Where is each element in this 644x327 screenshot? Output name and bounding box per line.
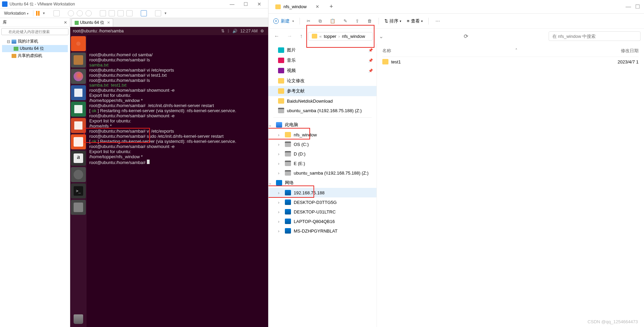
chevron-right-icon[interactable]: › [277, 132, 281, 137]
vm-tab-ubuntu[interactable]: Ubuntu 64 位 ✕ [72, 18, 113, 27]
nav-ip-host[interactable]: ›192.168.75.188 [269, 188, 377, 197]
nav-this-pc[interactable]: ⌄此电脑 [269, 120, 377, 130]
snapshot-button[interactable] [53, 10, 60, 16]
paste-icon[interactable]: 📋 [328, 17, 337, 25]
rename-icon[interactable]: ✎ [342, 17, 349, 25]
nav-pictures[interactable]: 图片📌 [269, 45, 377, 55]
network-icon[interactable]: ⇅ [221, 29, 225, 33]
chevron-right-icon[interactable]: › [277, 161, 281, 166]
back-button[interactable]: ← [272, 32, 281, 41]
pause-button[interactable] [36, 11, 40, 16]
file-row-test1[interactable]: test1 2023/4/7 1 [382, 57, 639, 66]
explorer-search[interactable] [549, 31, 641, 41]
tree-ubuntu-vm[interactable]: Ubuntu 64 位 [2, 45, 68, 52]
launcher-disk-icon[interactable] [71, 200, 86, 215]
nav-samba-z2[interactable]: ›ubuntu_samba (\\192.168.75.188) (Z:) [269, 168, 377, 178]
column-headers[interactable]: 名称 ˄ 修改日期 [382, 46, 639, 57]
explorer-file-list[interactable]: 名称 ˄ 修改日期 test1 2023/4/7 1 [377, 44, 644, 327]
nav-d-drive[interactable]: ›D (D:) [269, 149, 377, 159]
gear-icon[interactable]: ⚙ [260, 29, 264, 33]
layout-btn-3[interactable] [118, 10, 124, 16]
tree-my-computer[interactable]: ⊟我的计算机 [2, 38, 68, 45]
new-button[interactable]: + 新建 ▾ [273, 18, 294, 24]
share-icon[interactable]: ⇪ [354, 17, 361, 25]
pin-icon[interactable]: 📌 [368, 48, 373, 53]
bluetooth-icon[interactable]: ᛒ [227, 29, 230, 33]
unity-button[interactable] [141, 10, 147, 16]
tree-shared-vms[interactable]: 共享的虚拟机 [2, 52, 68, 59]
workstation-menu[interactable]: Workstation [3, 11, 30, 16]
more-icon[interactable]: ⋯ [434, 17, 441, 25]
cut-icon[interactable]: ✂ [305, 17, 312, 25]
tab-close-icon[interactable]: ✕ [107, 20, 110, 25]
breadcrumb[interactable]: « topper › nfs_window [308, 32, 373, 41]
play-dropdown-icon[interactable]: ▼ [42, 12, 45, 15]
explorer-tab-nfs[interactable]: nfs_window ✕ [271, 2, 323, 11]
address-dropdown-icon[interactable]: ⌄ [379, 33, 383, 40]
ubuntu-menubar[interactable]: root@ubuntu: /home/samba ⇅ ᛒ 🔊 12:27 AM … [70, 27, 268, 35]
tab-close-icon[interactable]: ✕ [316, 4, 319, 9]
launcher-firefox-icon[interactable] [71, 69, 86, 84]
up-button[interactable]: ↑ [298, 32, 305, 41]
ubuntu-terminal[interactable]: root@ubuntu:/home# cd samba/root@ubuntu:… [87, 35, 268, 327]
ubuntu-guest-screen[interactable]: root@ubuntu: /home/samba ⇅ ᛒ 🔊 12:27 AM … [70, 27, 268, 327]
tool-btn-2[interactable] [77, 10, 83, 16]
view-button[interactable]: ≡查看▾ [407, 18, 423, 24]
tool-btn-3[interactable] [86, 10, 92, 16]
window-min-icon[interactable]: — [626, 4, 631, 10]
nav-network[interactable]: ⌄网络 [269, 178, 377, 188]
launcher-trash-icon[interactable] [71, 312, 86, 327]
explorer-search-input[interactable] [552, 34, 637, 39]
chevron-down-icon[interactable]: ⌄ [269, 180, 272, 185]
nav-nfs-window[interactable]: ›nfs_window [269, 130, 377, 139]
crumb-nfs-window[interactable]: nfs_window [342, 34, 365, 39]
chevron-right-icon[interactable]: › [277, 200, 281, 205]
clock[interactable]: 12:27 AM [240, 29, 258, 33]
nav-paper-edit[interactable]: 论文修改 [269, 76, 377, 86]
chevron-down-icon[interactable]: ⌄ [269, 122, 272, 128]
chevron-right-icon[interactable]: › [277, 151, 281, 157]
col-name[interactable]: 名称 [382, 48, 488, 54]
nav-baidu[interactable]: BaiduNetdiskDownload [269, 96, 377, 106]
chevron-right-icon[interactable]: › [277, 170, 281, 176]
layout-btn-4[interactable] [126, 10, 133, 16]
nav-desktop-2[interactable]: ›DESKTOP-U31LTRC [269, 207, 377, 217]
chevron-right-icon[interactable]: › [277, 228, 281, 234]
close-button[interactable]: ✕ [252, 1, 266, 7]
nav-os-c[interactable]: ›OS (C:) [269, 139, 377, 149]
launcher-amazon-icon[interactable]: a [71, 151, 86, 166]
launcher-settings-icon[interactable] [71, 167, 86, 182]
vmware-titlebar[interactable]: Ubuntu 64 位 - VMware Workstation — ☐ ✕ [0, 0, 268, 9]
col-modified[interactable]: 修改日期 [621, 48, 639, 54]
pin-icon[interactable]: 📌 [368, 69, 373, 73]
layout-btn-2[interactable] [109, 10, 115, 16]
forward-button[interactable]: → [285, 32, 294, 41]
crumb-topper[interactable]: topper [324, 34, 336, 39]
launcher-software-icon[interactable] [71, 134, 86, 149]
volume-icon[interactable]: 🔊 [232, 29, 237, 33]
launcher-impress-icon[interactable] [71, 118, 86, 133]
new-tab-button[interactable]: + [329, 3, 333, 10]
fullscreen-button[interactable] [155, 10, 161, 16]
chevron-right-icon[interactable]: › [277, 142, 281, 147]
chevron-right-icon[interactable]: › [277, 209, 281, 214]
tool-btn-1[interactable] [68, 10, 74, 16]
minimize-button[interactable]: — [225, 1, 239, 7]
launcher-files-icon[interactable] [71, 53, 86, 68]
nav-samba-z[interactable]: ubuntu_samba (\\192.168.75.188) (Z:) [269, 106, 377, 115]
launcher-terminal-icon[interactable]: >_ [71, 183, 86, 198]
nav-video[interactable]: 视频📌 [269, 65, 377, 76]
launcher-calc-icon[interactable] [71, 102, 86, 117]
refresh-button[interactable]: ⟳ [464, 33, 468, 40]
nav-laptop[interactable]: ›LAPTOP-Q804QB16 [269, 217, 377, 226]
copy-icon[interactable]: ⧉ [317, 17, 323, 25]
fullscreen-drop-icon[interactable]: ▼ [164, 12, 167, 15]
nav-desktop-1[interactable]: ›DESKTOP-D3TTG5G [269, 197, 377, 207]
library-close-icon[interactable]: ✕ [64, 20, 67, 25]
nav-ms-host[interactable]: ›MS-DZHPGYRNBLAT [269, 226, 377, 236]
pin-icon[interactable]: 📌 [368, 58, 373, 63]
nav-music[interactable]: 音乐📌 [269, 55, 377, 65]
chevron-right-icon[interactable]: › [277, 219, 281, 224]
delete-icon[interactable]: 🗑 [366, 17, 373, 25]
library-search-input[interactable] [1, 28, 68, 35]
